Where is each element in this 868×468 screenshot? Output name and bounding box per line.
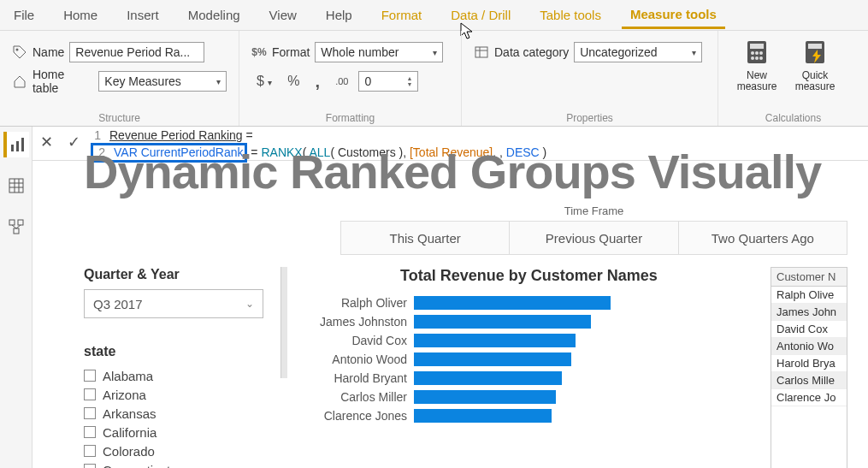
bar-row[interactable]: Harold Bryant: [304, 369, 753, 388]
quarter-year-dropdown[interactable]: Q3 2017 ⌄: [84, 289, 263, 318]
svg-rect-13: [808, 44, 822, 49]
svg-point-0: [16, 49, 19, 51]
bar-chart: Total Revenue by Customer Names Ralph Ol…: [304, 267, 753, 468]
data-view-button[interactable]: [3, 173, 29, 198]
chevron-down-icon: ▾: [216, 77, 221, 86]
state-option[interactable]: Arkansas: [84, 404, 263, 423]
bar-label: Harold Bryant: [304, 371, 407, 385]
bar-label: Carlos Miller: [304, 390, 407, 404]
list-item[interactable]: Ralph Olive: [771, 287, 847, 304]
spinner-icon[interactable]: ▲▼: [407, 75, 413, 87]
state-option[interactable]: California: [84, 423, 263, 441]
menu-help[interactable]: Help: [317, 3, 361, 27]
ribbon-group-formatting: $% Format Whole number▾ $ ▾ % , .00 0▲▼ …: [239, 31, 462, 126]
decimals-icon: .00: [330, 76, 353, 86]
category-icon: [474, 44, 489, 60]
group-label-structure: Structure: [0, 112, 239, 124]
format-dropdown[interactable]: Whole number▾: [315, 42, 443, 62]
ribbon: Name Revenue Period Ra... Home table Key…: [0, 31, 868, 127]
format-label: Format: [272, 45, 310, 59]
bar: [414, 352, 571, 366]
svg-rect-17: [9, 179, 23, 193]
canvas-wrap: ✕ ✓ 1Revenue Period Ranking = 2VAR Curre…: [32, 127, 868, 468]
tab-previous-quarter[interactable]: Previous Quarter: [510, 222, 678, 254]
bar-label: James Johnston: [304, 315, 407, 329]
body: ✕ ✓ 1Revenue Period Ranking = 2VAR Curre…: [0, 127, 868, 468]
bar-label: Clarence Jones: [304, 409, 407, 423]
tab-this-quarter[interactable]: This Quarter: [341, 222, 510, 254]
svg-point-10: [755, 56, 759, 60]
checkbox-icon: [84, 464, 96, 468]
chevron-down-icon: ⌄: [245, 298, 254, 310]
thousands-button[interactable]: ,: [310, 72, 326, 92]
data-category-label: Data category: [494, 45, 569, 59]
list-item[interactable]: Clarence Jo: [771, 389, 847, 406]
list-item[interactable]: Harold Brya: [771, 355, 847, 372]
chevron-down-icon: ▾: [692, 48, 696, 57]
decimals-input[interactable]: 0▲▼: [358, 71, 418, 92]
group-label-properties: Properties: [462, 112, 717, 124]
list-item[interactable]: James John: [771, 304, 847, 321]
svg-point-8: [759, 51, 763, 55]
state-title: state: [84, 344, 263, 359]
menu-format[interactable]: Format: [373, 3, 431, 27]
model-view-button[interactable]: [3, 214, 29, 240]
calculator-icon: [742, 38, 771, 67]
ribbon-group-calculations: New measure Quick measure Calculations: [718, 31, 868, 126]
svg-point-7: [755, 51, 759, 55]
measure-name-input[interactable]: Revenue Period Ra...: [69, 42, 204, 62]
ribbon-group-properties: Data category Uncategorized▾ Properties: [462, 31, 718, 126]
list-item[interactable]: Carlos Mille: [771, 372, 847, 389]
report-canvas: Dynamic Ranked Groups Visually Time Fram…: [32, 144, 868, 468]
menu-home[interactable]: Home: [55, 3, 106, 27]
state-option[interactable]: Connecticut: [84, 460, 263, 468]
page-title: Dynamic Ranked Groups Visually: [84, 144, 847, 199]
menu-table-tools[interactable]: Table tools: [531, 3, 610, 27]
customer-list-header: Customer N: [771, 268, 847, 287]
svg-rect-14: [11, 145, 14, 151]
menu-modeling[interactable]: Modeling: [180, 3, 249, 27]
home-table-dropdown[interactable]: Key Measures▾: [98, 71, 227, 92]
bar-row[interactable]: Ralph Oliver: [304, 293, 753, 312]
data-category-dropdown[interactable]: Uncategorized▾: [574, 42, 702, 62]
menu-measure-tools[interactable]: Measure tools: [622, 2, 725, 29]
svg-rect-5: [750, 44, 764, 49]
view-rail: [0, 127, 32, 468]
bar-row[interactable]: James Johnston: [304, 312, 753, 331]
format-icon: $%: [251, 44, 267, 60]
svg-rect-15: [16, 141, 19, 151]
menu-data-drill[interactable]: Data / Drill: [442, 3, 519, 27]
svg-point-11: [759, 56, 763, 60]
svg-rect-24: [14, 228, 19, 234]
menu-insert[interactable]: Insert: [118, 3, 168, 27]
bar-label: Ralph Oliver: [304, 296, 407, 310]
menu-view[interactable]: View: [261, 3, 305, 27]
list-item[interactable]: Antonio Wo: [771, 338, 847, 355]
name-label: Name: [32, 45, 64, 59]
timeframe-label: Time Frame: [340, 204, 847, 217]
bar-row[interactable]: David Cox: [304, 331, 753, 350]
tab-two-quarters-ago[interactable]: Two Quarters Ago: [679, 222, 847, 254]
bar-label: David Cox: [304, 334, 407, 347]
bar: [414, 390, 556, 404]
top-menu: File Home Insert Modeling View Help Form…: [0, 0, 868, 31]
state-option[interactable]: Arizona: [84, 385, 263, 404]
list-item[interactable]: David Cox: [771, 321, 847, 338]
state-option[interactable]: Alabama: [84, 366, 263, 385]
group-label-calculations: Calculations: [718, 112, 868, 124]
bar-row[interactable]: Carlos Miller: [304, 388, 753, 406]
bar-row[interactable]: Clarence Jones: [304, 406, 753, 425]
checkbox-icon: [84, 388, 96, 400]
menu-file[interactable]: File: [5, 3, 43, 27]
percent-button[interactable]: %: [282, 74, 304, 89]
slicers-column: Quarter & Year Q3 2017 ⌄ state AlabamaAr…: [84, 267, 263, 468]
currency-button[interactable]: $ ▾: [251, 74, 277, 89]
report-view-button[interactable]: [3, 132, 29, 157]
bar-row[interactable]: Antonio Wood: [304, 350, 753, 369]
checkbox-icon: [84, 426, 96, 438]
slicer-scrollbar[interactable]: [280, 267, 287, 378]
chevron-down-icon: ▾: [433, 48, 437, 57]
calculator-lightning-icon: [800, 38, 830, 67]
state-slicer: state AlabamaArizonaArkansasCaliforniaCo…: [84, 344, 263, 468]
state-option[interactable]: Colorado: [84, 441, 263, 460]
